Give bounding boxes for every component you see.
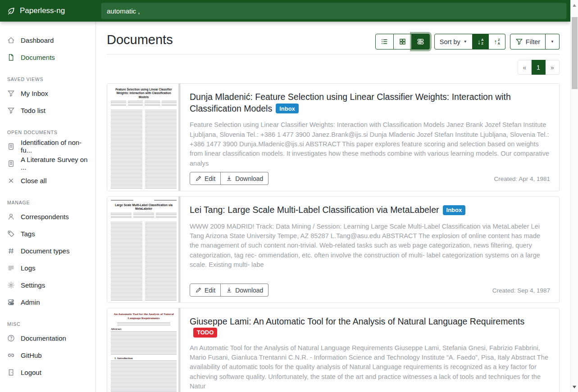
document-list: Feature Selection using Linear Classifie…	[107, 83, 560, 392]
link-icon	[7, 351, 15, 359]
download-button[interactable]: Download	[221, 284, 269, 297]
detail-view-button[interactable]	[412, 34, 430, 50]
sort-desc-button[interactable]: ↑ZA	[489, 34, 505, 50]
sidebar-item-github[interactable]: GitHub	[0, 347, 96, 364]
edit-button[interactable]: Edit	[190, 284, 221, 297]
sidebar-item-admin[interactable]: Admin	[0, 293, 96, 311]
document-card: An Automatic Tool for the Analysis of Na…	[107, 308, 560, 392]
sidebar: Dashboard Documents SAVED VIEWS My Inbox…	[0, 22, 96, 392]
created-date: Created: Sep 4, 1987	[492, 287, 550, 297]
grid-view-button[interactable]	[394, 34, 412, 50]
chevron-down-icon: ▼	[464, 40, 467, 44]
sort-alpha-down-icon: ↓AZ	[478, 38, 484, 45]
page-title: Documents	[107, 33, 173, 47]
sidebar-item-correspondents[interactable]: Correspondents	[0, 208, 96, 225]
sort-group: Sort by ▼ ↓AZ ↑ZA	[434, 34, 505, 50]
sidebar-item-label: Dashboard	[21, 36, 54, 44]
tag-badge[interactable]: TODO	[193, 328, 217, 338]
pagination-prev-button[interactable]: «	[518, 60, 532, 75]
document-excerpt: WWW 2009 MADRID! Track: Data Mining / Se…	[190, 222, 550, 270]
document-card: Feature Selection using Linear Classifie…	[107, 83, 560, 191]
person-icon	[7, 213, 15, 221]
logs-icon	[7, 264, 15, 272]
tag-icon	[7, 230, 15, 238]
sort-asc-button[interactable]: ↓AZ	[473, 34, 489, 50]
filter-button[interactable]: Filter	[510, 34, 546, 50]
help-icon	[7, 334, 15, 342]
sidebar-item-label: Documents	[21, 54, 55, 61]
download-icon	[226, 287, 232, 293]
filter-dropdown-button[interactable]: ▼	[546, 34, 560, 50]
tag-badge[interactable]: Inbox	[443, 205, 466, 215]
sidebar-item-todo-list[interactable]: Todo list	[0, 102, 96, 119]
sidebar-item-dashboard[interactable]: Dashboard	[0, 32, 96, 49]
home-icon	[7, 36, 15, 44]
view-toggle-group	[375, 34, 430, 50]
sort-by-label: Sort by	[440, 38, 460, 45]
thumbnail-section-heading: 1. Introduction	[114, 356, 177, 360]
sidebar-item-identification-of-non-fu[interactable]: Identification of non-fu...	[0, 138, 96, 155]
grid-view-icon	[399, 38, 406, 45]
created-date: Created: Apr 4, 1981	[494, 176, 550, 185]
sidebar-item-logs[interactable]: Logs	[0, 259, 96, 276]
sidebar-item-a-literature-survey-on[interactable]: A Literature Survey on ...	[0, 155, 96, 172]
document-thumbnail[interactable]: An Automatic Tool for the Analysis of Na…	[107, 308, 181, 392]
list-view-icon	[381, 38, 388, 45]
sidebar-item-label: Close all	[21, 177, 47, 185]
download-icon	[226, 175, 232, 182]
document-title-link[interactable]: Lei Tang: Large Scale Multi-Label Classi…	[190, 205, 439, 215]
main-content: Documents	[96, 22, 570, 392]
document-excerpt: An Automatic Tool for the Analysis of Na…	[190, 343, 550, 391]
leaf-icon	[7, 7, 15, 15]
browser-scrollbar[interactable]	[570, 0, 578, 392]
sidebar-item-label: Todo list	[21, 107, 46, 114]
pagination: « 1 »	[107, 60, 560, 75]
sidebar-section-header: SAVED VIEWS	[0, 77, 96, 82]
pencil-icon	[195, 175, 202, 182]
sidebar-item-label: Documentation	[21, 334, 66, 342]
sidebar-item-logout[interactable]: Logout	[0, 364, 96, 381]
file-icon	[7, 54, 15, 61]
pagination-next-button[interactable]: »	[546, 60, 560, 75]
thumbnail-title: Large Scale Multi-Label Classification v…	[112, 203, 176, 211]
download-label: Download	[235, 175, 263, 182]
sidebar-item-documentation[interactable]: Documentation	[0, 329, 96, 347]
sort-by-button[interactable]: Sort by ▼	[434, 34, 473, 50]
download-button[interactable]: Download	[221, 172, 269, 185]
header-divider	[107, 54, 560, 54]
pagination-page-1-button[interactable]: 1	[532, 60, 546, 75]
scrollbar-thumb[interactable]	[572, 17, 578, 89]
search-input[interactable]	[101, 3, 567, 19]
document-card: Large Scale Multi-Label Classification v…	[107, 196, 560, 303]
sidebar-item-document-types[interactable]: Document types	[0, 242, 96, 259]
scrollbar-down-arrow[interactable]	[573, 386, 576, 388]
sidebar-item-label: Admin	[21, 298, 40, 306]
sidebar-item-settings[interactable]: Settings	[0, 276, 96, 293]
document-title-link[interactable]: Dunja Mladenić: Feature Selection using …	[190, 92, 511, 113]
sidebar-section-header: MISC	[0, 321, 96, 327]
app-brand[interactable]: Paperless-ng	[0, 0, 96, 22]
document-thumbnail[interactable]: Large Scale Multi-Label Classification v…	[107, 197, 181, 302]
open-doc-icon	[7, 160, 15, 167]
sidebar-item-label: GitHub	[21, 351, 42, 359]
close-icon	[7, 177, 15, 185]
sidebar-nav: Dashboard Documents SAVED VIEWS My Inbox…	[0, 32, 96, 381]
logout-icon	[7, 369, 15, 376]
edit-button[interactable]: Edit	[190, 172, 221, 185]
list-view-button[interactable]	[375, 34, 394, 50]
sidebar-item-tags[interactable]: Tags	[0, 225, 96, 242]
sidebar-item-my-inbox[interactable]: My Inbox	[0, 85, 96, 102]
admin-icon	[7, 298, 15, 306]
sidebar-item-close-all[interactable]: Close all	[0, 172, 96, 189]
scrollbar-up-arrow[interactable]	[573, 4, 576, 7]
sidebar-item-label: A Literature Survey on ...	[21, 156, 88, 171]
document-thumbnail[interactable]: Feature Selection using Linear Classifie…	[107, 84, 181, 191]
thumbnail-section-heading: Abstract	[111, 327, 177, 330]
detail-view-icon	[417, 38, 424, 45]
document-title-link[interactable]: Giuseppe Lami: An Automatic Tool for the…	[190, 316, 524, 326]
filter-icon	[7, 107, 15, 114]
tag-badge[interactable]: Inbox	[276, 104, 299, 113]
pencil-icon	[195, 287, 202, 293]
thumbnail-title: Feature Selection using Linear Classifie…	[112, 88, 176, 99]
sidebar-item-documents[interactable]: Documents	[0, 49, 96, 66]
